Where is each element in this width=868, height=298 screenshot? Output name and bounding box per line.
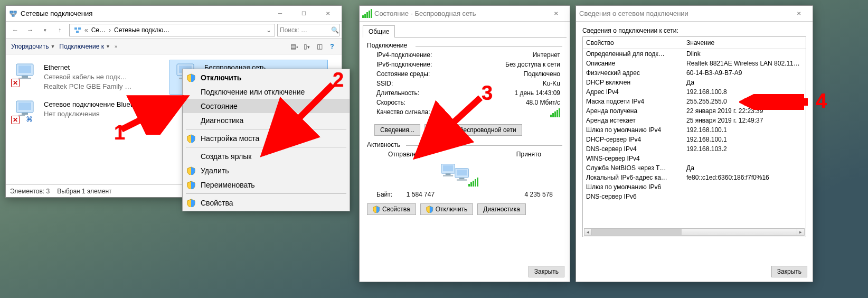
titlebar[interactable]: Сведения о сетевом подключении ✕ bbox=[576, 6, 813, 22]
svg-rect-8 bbox=[78, 27, 81, 30]
horizontal-scrollbar[interactable]: ◂ ▸ bbox=[584, 228, 805, 236]
shield-icon bbox=[187, 199, 195, 207]
wifi-status-window: Состояние - Беспроводная сеть ✕ Общие По… bbox=[359, 5, 570, 282]
column-value[interactable]: Значение bbox=[683, 37, 806, 49]
detail-row[interactable]: DNS-сервер IPv6 bbox=[583, 192, 806, 201]
ctx-properties[interactable]: Свойства bbox=[183, 195, 350, 210]
connection-status: Сетевой кабель не подк… bbox=[44, 72, 131, 82]
detail-property: Адрес IPv4 bbox=[583, 88, 683, 96]
scroll-left-icon[interactable]: ◂ bbox=[584, 229, 592, 235]
disable-button[interactable]: Отключить bbox=[420, 203, 474, 215]
breadcrumb[interactable]: Сетевые подклю… bbox=[112, 26, 172, 34]
properties-button[interactable]: Свойства bbox=[367, 203, 416, 215]
detail-property: Определенный для подк… bbox=[583, 50, 683, 58]
detail-row[interactable]: Шлюз по умолчанию IPv4192.168.100.1 bbox=[583, 125, 806, 135]
speed-key: Скорость: bbox=[376, 99, 405, 106]
wireless-properties-button[interactable]: Свойства беспроводной сети bbox=[424, 124, 522, 136]
diagnose-button[interactable]: Диагностика bbox=[477, 203, 526, 215]
sent-label: Отправлено bbox=[388, 151, 424, 158]
detail-row[interactable]: Аренда истекает25 января 2019 г. 12:49:3… bbox=[583, 116, 806, 125]
ctx-status[interactable]: Состояние bbox=[183, 99, 350, 113]
detail-value: 60-14-B3-A9-B7-A9 bbox=[683, 69, 806, 77]
back-button[interactable]: ← bbox=[8, 23, 23, 38]
annotation-4: 4 bbox=[816, 90, 827, 113]
svg-rect-7 bbox=[74, 27, 77, 30]
connection-status: Нет подключения bbox=[44, 109, 146, 119]
group-activity-label: Активность bbox=[367, 141, 400, 148]
close-button[interactable]: ✕ bbox=[787, 6, 810, 21]
duration-key: Длительность: bbox=[376, 89, 419, 97]
chevron-down-icon: ▼ bbox=[50, 44, 55, 49]
close-button[interactable]: ✕ bbox=[316, 6, 339, 21]
ipv4-key: IPv4-подключение: bbox=[376, 51, 432, 59]
close-dialog-button[interactable]: Закрыть bbox=[771, 266, 807, 277]
detail-row[interactable]: Адрес IPv4192.168.100.8 bbox=[583, 87, 806, 97]
ctx-delete[interactable]: Удалить bbox=[183, 163, 350, 178]
detail-row[interactable]: Шлюз по умолчанию IPv6 bbox=[583, 182, 806, 192]
ctx-connect-disconnect[interactable]: Подключение или отключение bbox=[183, 85, 350, 99]
window-title: Сетевые подключения bbox=[21, 10, 268, 17]
detail-row[interactable]: WINS-сервер IPv4 bbox=[583, 154, 806, 163]
titlebar[interactable]: Состояние - Беспроводная сеть ✕ bbox=[360, 6, 570, 22]
shield-icon bbox=[373, 206, 380, 213]
details-button[interactable]: Сведения... bbox=[374, 124, 420, 136]
up-button[interactable]: ↑ bbox=[52, 23, 67, 38]
help-button[interactable]: ? bbox=[326, 43, 338, 50]
history-button[interactable]: ▾ bbox=[37, 23, 52, 38]
detail-property: DHCP включен bbox=[583, 78, 683, 87]
minimize-button[interactable]: ─ bbox=[268, 6, 292, 21]
ctx-disable[interactable]: Отключить bbox=[183, 70, 350, 85]
signal-key: Качество сигнала: bbox=[376, 108, 430, 119]
maximize-button[interactable]: ☐ bbox=[292, 6, 316, 21]
details-rows: Определенный для подк…DlinkОписаниеRealt… bbox=[583, 49, 806, 201]
detail-property: WINS-сервер IPv4 bbox=[583, 154, 683, 163]
detail-row[interactable]: DHCP включенДа bbox=[583, 78, 806, 87]
detail-row[interactable]: DHCP-сервер IPv4192.168.100.1 bbox=[583, 135, 806, 144]
shield-icon bbox=[187, 73, 195, 82]
connection-ethernet[interactable]: ✕ Ethernet Сетевой кабель не подк… Realt… bbox=[9, 60, 167, 95]
address-bar[interactable]: « Се… › Сетевые подклю… ⌄ bbox=[69, 24, 275, 36]
ctx-rename[interactable]: Переименовать bbox=[183, 178, 350, 192]
forward-button[interactable]: → bbox=[23, 23, 37, 38]
svg-rect-6 bbox=[12, 15, 14, 16]
detail-property: Аренда истекает bbox=[583, 116, 683, 125]
titlebar[interactable]: Сетевые подключения ─ ☐ ✕ bbox=[6, 6, 342, 22]
detail-row[interactable]: Определенный для подк…Dlink bbox=[583, 49, 806, 59]
detail-row[interactable]: Физический адрес60-14-B3-A9-B7-A9 bbox=[583, 68, 806, 78]
detail-row[interactable]: ОписаниеRealtek 8821AE Wireless LAN 802.… bbox=[583, 59, 806, 68]
search-input[interactable]: Поиск: … 🔍 bbox=[277, 24, 339, 36]
detail-property: DHCP-сервер IPv4 bbox=[583, 135, 683, 144]
detail-property: DNS-сервер IPv4 bbox=[583, 145, 683, 153]
overflow-button[interactable]: » bbox=[112, 42, 119, 51]
detail-value: 192.168.100.8 bbox=[683, 88, 806, 96]
connection-bluetooth[interactable]: ✕ ⌘ Сетевое подключение Bluetooth Нет по… bbox=[9, 97, 178, 125]
scroll-right-icon[interactable]: ▸ bbox=[797, 229, 804, 235]
detail-row[interactable]: Служба NetBIOS через T…Да bbox=[583, 163, 806, 173]
media-key: Состояние среды: bbox=[376, 70, 430, 78]
ipv6-key: IPv6-подключение: bbox=[376, 61, 432, 68]
tab-general[interactable]: Общие bbox=[363, 25, 395, 38]
svg-rect-5 bbox=[14, 11, 16, 13]
detail-row[interactable]: DNS-сервер IPv4192.168.103.2 bbox=[583, 144, 806, 154]
svg-rect-4 bbox=[10, 11, 13, 13]
chevron-right-icon: › bbox=[108, 26, 112, 34]
detail-property: Служба NetBIOS через T… bbox=[583, 164, 683, 172]
chevron-down-icon[interactable]: ⌄ bbox=[265, 26, 272, 34]
view-button2[interactable]: ▯▾ bbox=[300, 43, 313, 50]
detail-row[interactable]: Локальный IPv6-адрес ка…fe80::c1ed:6360:… bbox=[583, 173, 806, 182]
breadcrumb[interactable]: Се… bbox=[89, 26, 108, 34]
scroll-thumb[interactable] bbox=[592, 229, 682, 235]
ctx-diagnose[interactable]: Диагностика bbox=[183, 113, 350, 127]
column-property[interactable]: Свойство bbox=[583, 37, 683, 49]
close-dialog-button[interactable]: Закрыть bbox=[529, 266, 564, 277]
view-button1[interactable]: ▤▪ bbox=[288, 43, 300, 50]
connect-to-button[interactable]: Подключение к▼ bbox=[57, 41, 112, 52]
detail-row[interactable]: Маска подсети IPv4255.255.255.0 bbox=[583, 97, 806, 106]
close-button[interactable]: ✕ bbox=[544, 6, 568, 21]
ctx-bridge[interactable]: Настройка моста bbox=[183, 131, 350, 145]
details-caption: Сведения о подключении к сети: bbox=[582, 27, 806, 34]
ctx-shortcut[interactable]: Создать ярлык bbox=[183, 149, 350, 163]
organize-button[interactable]: Упорядочить▼ bbox=[9, 41, 57, 52]
preview-button[interactable]: ◫ bbox=[313, 43, 326, 50]
detail-row[interactable]: Аренда получена22 января 2019 г. 22:23:3… bbox=[583, 106, 806, 116]
